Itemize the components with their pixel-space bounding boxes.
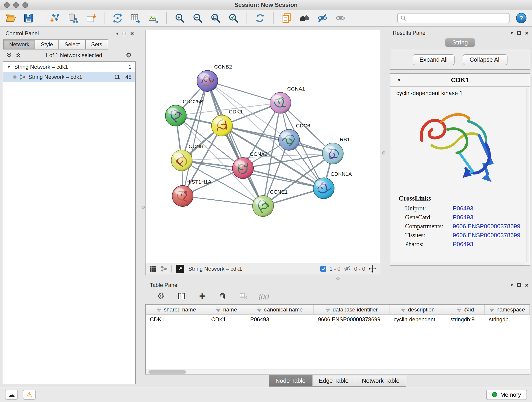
delete-column-button[interactable] xyxy=(217,291,228,302)
edge-CDK1-RB1[interactable] xyxy=(222,126,333,153)
table-row[interactable]: CDK1 CDK1 P06493 9606.ENSP00000378699 cy… xyxy=(146,315,530,325)
crosslink-pharos-link[interactable]: P06493 xyxy=(453,241,473,248)
table-toolbar: ⚙ + f(x) xyxy=(145,289,530,303)
scrollbar-thumb[interactable] xyxy=(148,370,186,374)
crosslink-genecard-link[interactable]: P06493 xyxy=(453,214,473,221)
crosslink-tissues-link[interactable]: 9606.ENSP00000378699 xyxy=(453,232,520,239)
panel-float-icon[interactable] xyxy=(123,32,126,35)
zoom-fit-button[interactable] xyxy=(209,12,222,24)
right-splitter-handle[interactable] xyxy=(382,151,385,154)
edge-CCNB2-CCNA1[interactable] xyxy=(207,81,280,103)
birdseye-view-icon[interactable] xyxy=(149,265,156,272)
node-CCNE1[interactable]: CCNE1 xyxy=(253,189,288,217)
delete-table-button-disabled[interactable] xyxy=(238,291,249,302)
string-tab-badge[interactable]: String xyxy=(445,38,475,47)
panel-close-icon[interactable]: × xyxy=(130,31,134,36)
import-table-from-file-button[interactable] xyxy=(85,12,97,24)
show-details-button[interactable] xyxy=(334,12,346,24)
function-builder-button[interactable]: f(x) xyxy=(259,291,269,302)
panel-menu-chevron-icon[interactable]: ▾ xyxy=(116,31,119,36)
panel-close-icon[interactable]: × xyxy=(525,30,528,36)
search-input[interactable] xyxy=(409,15,506,21)
help-button[interactable]: ? xyxy=(515,12,527,24)
panel-float-icon[interactable] xyxy=(517,31,521,35)
search-field[interactable] xyxy=(397,13,510,23)
network-row-selected[interactable]: String Network – cdk1 11 48 xyxy=(3,72,135,82)
export-image-button[interactable] xyxy=(147,12,159,24)
close-window-button[interactable] xyxy=(4,2,10,8)
node-CCNB2[interactable]: CCNB2 xyxy=(197,64,232,91)
open-in-window-icon[interactable]: ↗ xyxy=(176,265,184,273)
collapse-all-icon[interactable] xyxy=(6,52,12,58)
expand-all-button[interactable]: Expand All xyxy=(413,54,455,65)
vertical-scrollbar[interactable] xyxy=(526,88,529,262)
node-CDKN1A[interactable]: CDKN1A xyxy=(313,171,352,199)
column-header-namespace[interactable]: namespace xyxy=(485,305,530,314)
hide-details-button[interactable] xyxy=(316,12,329,24)
table-settings-button[interactable]: ⚙ xyxy=(155,291,166,302)
network-canvas[interactable]: CCNB2CCNA1CDC25BCDK1CDC6RB1CCNB1CCNA2CDK… xyxy=(145,30,380,263)
import-network-from-file-button[interactable] xyxy=(49,12,61,24)
panel-menu-chevron-icon[interactable]: ▾ xyxy=(511,283,513,287)
warnings-button[interactable]: ⚠ xyxy=(23,390,36,400)
zoom-in-button[interactable] xyxy=(174,12,186,24)
zoom-window-button[interactable] xyxy=(22,2,28,8)
tab-node-table[interactable]: Node Table xyxy=(269,375,312,387)
node-CCNB1[interactable]: CCNB1 xyxy=(171,143,206,171)
new-network-from-selection-button[interactable] xyxy=(111,12,124,24)
export-table-button[interactable] xyxy=(129,12,142,24)
zoom-selected-button[interactable] xyxy=(227,12,240,24)
import-network-from-database-button[interactable] xyxy=(67,12,79,24)
show-columns-button[interactable] xyxy=(176,291,187,302)
network-collection-row[interactable]: ▼ String Network – cdk1 1 xyxy=(3,62,135,72)
zoom-out-button[interactable] xyxy=(191,12,204,24)
selected-nodes-checkbox-icon[interactable] xyxy=(320,266,326,272)
expand-all-icon[interactable] xyxy=(16,52,21,58)
node-CCNA1[interactable]: CCNA1 xyxy=(270,86,305,114)
table-horizontal-scrollbar[interactable] xyxy=(146,369,530,374)
gene-section-header[interactable]: ▼ CDK1 xyxy=(390,74,530,87)
column-header-shared-name[interactable]: shared name xyxy=(146,305,207,314)
collapse-all-button[interactable]: Collapse All xyxy=(463,54,508,65)
node-CDK1[interactable]: CDK1 xyxy=(211,109,243,136)
edge-CCNB2-CCNE1[interactable] xyxy=(207,81,263,206)
edge-HIST1H1A-CCNE1[interactable] xyxy=(183,196,263,206)
column-header-canonical-name[interactable]: canonical name xyxy=(246,305,314,314)
apply-layout-button[interactable] xyxy=(254,12,266,24)
current-network-bullet-icon xyxy=(13,75,17,79)
minimize-window-button[interactable] xyxy=(13,2,19,8)
pan-crosshair-icon[interactable] xyxy=(368,265,376,273)
memory-button[interactable]: Memory xyxy=(486,390,527,400)
tab-network-table[interactable]: Network Table xyxy=(355,375,406,387)
horizontal-scrollbar[interactable] xyxy=(391,262,525,265)
horizontal-splitter-handle[interactable] xyxy=(336,277,340,280)
tab-select[interactable]: Select xyxy=(58,39,86,50)
add-column-button[interactable]: + xyxy=(196,291,208,302)
home-networks-button[interactable] xyxy=(298,12,311,24)
save-session-button[interactable] xyxy=(22,12,35,24)
node-RB1[interactable]: RB1 xyxy=(322,136,350,164)
network-options-gear-icon[interactable]: ⚙ xyxy=(126,52,132,59)
tab-edge-table[interactable]: Edge Table xyxy=(312,375,355,387)
hidden-eye-icon[interactable] xyxy=(344,265,351,273)
column-header-database-identifier[interactable]: database identifier xyxy=(314,305,389,314)
column-header-description[interactable]: description xyxy=(389,305,446,314)
share-network-icon[interactable] xyxy=(160,265,167,272)
duplicate-document-button[interactable] xyxy=(280,12,293,24)
cloud-button[interactable]: ☁ xyxy=(5,390,18,400)
tab-sets[interactable]: Sets xyxy=(85,39,108,50)
tab-network[interactable]: Network xyxy=(3,39,35,50)
panel-float-icon[interactable] xyxy=(517,283,521,287)
panel-close-icon[interactable]: × xyxy=(525,282,528,288)
left-splitter-handle[interactable] xyxy=(142,206,145,209)
tab-style[interactable]: Style xyxy=(35,39,59,50)
column-header-id[interactable]: @id xyxy=(446,305,485,314)
crosslink-compartments-link[interactable]: 9606.ENSP00000378699 xyxy=(453,223,520,230)
crosslink-uniprot-link[interactable]: P06493 xyxy=(453,205,473,212)
cell-description: cyclin-dependent ... xyxy=(389,315,446,325)
tree-expander-icon[interactable]: ▼ xyxy=(7,65,12,70)
node-HIST1H1A[interactable]: HIST1H1A xyxy=(172,179,212,206)
open-session-button[interactable] xyxy=(5,12,17,24)
panel-menu-chevron-icon[interactable]: ▾ xyxy=(511,31,513,35)
column-header-name[interactable]: name xyxy=(207,305,246,314)
